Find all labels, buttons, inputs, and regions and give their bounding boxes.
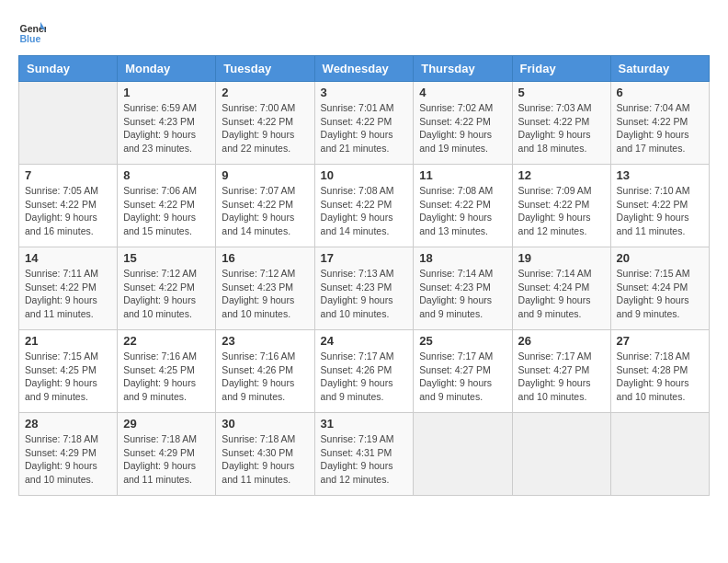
calendar-cell: 2Sunrise: 7:00 AMSunset: 4:22 PMDaylight… (216, 82, 314, 165)
day-info: Sunrise: 7:05 AMSunset: 4:22 PMDaylight:… (25, 184, 111, 238)
day-number: 11 (419, 168, 506, 182)
day-info: Sunrise: 7:17 AMSunset: 4:26 PMDaylight:… (321, 350, 408, 404)
calendar-cell: 9Sunrise: 7:07 AMSunset: 4:22 PMDaylight… (216, 165, 314, 247)
day-header-tuesday: Tuesday (216, 56, 314, 82)
day-number: 15 (123, 251, 210, 265)
day-number: 8 (123, 168, 210, 182)
calendar-cell: 26Sunrise: 7:17 AMSunset: 4:27 PMDayligh… (512, 330, 610, 413)
calendar-cell: 23Sunrise: 7:16 AMSunset: 4:26 PMDayligh… (216, 330, 314, 413)
calendar-week-3: 14Sunrise: 7:11 AMSunset: 4:22 PMDayligh… (19, 247, 710, 330)
day-info: Sunrise: 7:12 AMSunset: 4:23 PMDaylight:… (222, 267, 308, 321)
day-info: Sunrise: 7:03 AMSunset: 4:22 PMDaylight:… (518, 101, 605, 155)
day-number: 13 (617, 168, 703, 182)
day-info: Sunrise: 7:14 AMSunset: 4:24 PMDaylight:… (518, 267, 605, 321)
calendar-cell: 1Sunrise: 6:59 AMSunset: 4:23 PMDaylight… (118, 82, 216, 165)
day-number: 12 (518, 168, 605, 182)
calendar-cell: 10Sunrise: 7:08 AMSunset: 4:22 PMDayligh… (314, 165, 414, 247)
day-number: 10 (321, 168, 408, 182)
day-number: 31 (321, 417, 408, 431)
logo-icon: General Blue (18, 18, 46, 46)
calendar-cell: 19Sunrise: 7:14 AMSunset: 4:24 PMDayligh… (512, 247, 610, 330)
calendar-cell: 28Sunrise: 7:18 AMSunset: 4:29 PMDayligh… (19, 413, 118, 496)
day-info: Sunrise: 7:18 AMSunset: 4:30 PMDaylight:… (222, 432, 308, 487)
day-info: Sunrise: 7:12 AMSunset: 4:22 PMDaylight:… (123, 267, 210, 321)
day-info: Sunrise: 7:11 AMSunset: 4:22 PMDaylight:… (25, 267, 111, 321)
calendar: SundayMondayTuesdayWednesdayThursdayFrid… (18, 55, 710, 496)
day-info: Sunrise: 7:06 AMSunset: 4:22 PMDaylight:… (123, 184, 210, 238)
day-info: Sunrise: 7:19 AMSunset: 4:31 PMDaylight:… (321, 432, 408, 487)
day-number: 2 (222, 86, 308, 99)
day-header-monday: Monday (118, 56, 216, 82)
calendar-cell: 4Sunrise: 7:02 AMSunset: 4:22 PMDaylight… (414, 82, 512, 165)
day-header-friday: Friday (512, 56, 610, 82)
day-info: Sunrise: 7:16 AMSunset: 4:26 PMDaylight:… (222, 350, 308, 404)
calendar-cell (19, 82, 118, 165)
svg-text:Blue: Blue (20, 33, 41, 44)
day-number: 30 (222, 417, 308, 431)
day-number: 3 (321, 86, 408, 99)
calendar-cell: 7Sunrise: 7:05 AMSunset: 4:22 PMDaylight… (19, 165, 118, 247)
calendar-cell: 25Sunrise: 7:17 AMSunset: 4:27 PMDayligh… (414, 330, 512, 413)
page-header: General Blue (18, 18, 710, 46)
calendar-week-1: 1Sunrise: 6:59 AMSunset: 4:23 PMDaylight… (19, 82, 710, 165)
day-header-saturday: Saturday (610, 56, 709, 82)
calendar-cell: 12Sunrise: 7:09 AMSunset: 4:22 PMDayligh… (512, 165, 610, 247)
day-number: 26 (518, 334, 605, 348)
calendar-cell: 15Sunrise: 7:12 AMSunset: 4:22 PMDayligh… (118, 247, 216, 330)
day-number: 27 (617, 334, 703, 348)
calendar-cell: 5Sunrise: 7:03 AMSunset: 4:22 PMDaylight… (512, 82, 610, 165)
day-info: Sunrise: 7:15 AMSunset: 4:24 PMDaylight:… (617, 267, 703, 321)
day-number: 21 (25, 334, 111, 348)
day-number: 6 (617, 86, 703, 99)
day-number: 28 (25, 417, 111, 431)
day-number: 1 (123, 86, 210, 99)
calendar-cell: 17Sunrise: 7:13 AMSunset: 4:23 PMDayligh… (314, 247, 414, 330)
calendar-week-2: 7Sunrise: 7:05 AMSunset: 4:22 PMDaylight… (19, 165, 710, 247)
calendar-cell: 24Sunrise: 7:17 AMSunset: 4:26 PMDayligh… (314, 330, 414, 413)
day-number: 7 (25, 168, 111, 182)
day-info: Sunrise: 7:04 AMSunset: 4:22 PMDaylight:… (617, 101, 703, 155)
day-number: 24 (321, 334, 408, 348)
day-info: Sunrise: 7:18 AMSunset: 4:29 PMDaylight:… (25, 432, 111, 487)
day-header-sunday: Sunday (19, 56, 118, 82)
day-info: Sunrise: 7:17 AMSunset: 4:27 PMDaylight:… (419, 350, 506, 404)
day-number: 29 (123, 417, 210, 431)
day-number: 9 (222, 168, 308, 182)
calendar-cell: 11Sunrise: 7:08 AMSunset: 4:22 PMDayligh… (414, 165, 512, 247)
calendar-cell: 27Sunrise: 7:18 AMSunset: 4:28 PMDayligh… (610, 330, 709, 413)
calendar-cell: 14Sunrise: 7:11 AMSunset: 4:22 PMDayligh… (19, 247, 118, 330)
day-info: Sunrise: 6:59 AMSunset: 4:23 PMDaylight:… (123, 101, 210, 155)
day-info: Sunrise: 7:02 AMSunset: 4:22 PMDaylight:… (419, 101, 506, 155)
day-number: 16 (222, 251, 308, 265)
calendar-cell: 22Sunrise: 7:16 AMSunset: 4:25 PMDayligh… (118, 330, 216, 413)
day-header-wednesday: Wednesday (314, 56, 414, 82)
calendar-cell: 13Sunrise: 7:10 AMSunset: 4:22 PMDayligh… (610, 165, 709, 247)
day-info: Sunrise: 7:18 AMSunset: 4:28 PMDaylight:… (617, 350, 703, 404)
day-number: 17 (321, 251, 408, 265)
calendar-week-5: 28Sunrise: 7:18 AMSunset: 4:29 PMDayligh… (19, 413, 710, 496)
day-info: Sunrise: 7:01 AMSunset: 4:22 PMDaylight:… (321, 101, 408, 155)
day-info: Sunrise: 7:08 AMSunset: 4:22 PMDaylight:… (419, 184, 506, 238)
calendar-cell: 3Sunrise: 7:01 AMSunset: 4:22 PMDaylight… (314, 82, 414, 165)
day-info: Sunrise: 7:09 AMSunset: 4:22 PMDaylight:… (518, 184, 605, 238)
day-number: 5 (518, 86, 605, 99)
day-info: Sunrise: 7:18 AMSunset: 4:29 PMDaylight:… (123, 432, 210, 487)
day-info: Sunrise: 7:16 AMSunset: 4:25 PMDaylight:… (123, 350, 210, 404)
calendar-cell (512, 413, 610, 496)
day-number: 4 (419, 86, 506, 99)
day-info: Sunrise: 7:10 AMSunset: 4:22 PMDaylight:… (617, 184, 703, 238)
day-info: Sunrise: 7:13 AMSunset: 4:23 PMDaylight:… (321, 267, 408, 321)
calendar-cell: 6Sunrise: 7:04 AMSunset: 4:22 PMDaylight… (610, 82, 709, 165)
calendar-cell: 31Sunrise: 7:19 AMSunset: 4:31 PMDayligh… (314, 413, 414, 496)
calendar-cell: 30Sunrise: 7:18 AMSunset: 4:30 PMDayligh… (216, 413, 314, 496)
calendar-cell: 18Sunrise: 7:14 AMSunset: 4:23 PMDayligh… (414, 247, 512, 330)
day-info: Sunrise: 7:15 AMSunset: 4:25 PMDaylight:… (25, 350, 111, 404)
calendar-week-4: 21Sunrise: 7:15 AMSunset: 4:25 PMDayligh… (19, 330, 710, 413)
calendar-cell: 21Sunrise: 7:15 AMSunset: 4:25 PMDayligh… (19, 330, 118, 413)
day-info: Sunrise: 7:17 AMSunset: 4:27 PMDaylight:… (518, 350, 605, 404)
day-number: 23 (222, 334, 308, 348)
calendar-cell (610, 413, 709, 496)
day-number: 22 (123, 334, 210, 348)
calendar-cell (414, 413, 512, 496)
calendar-cell: 8Sunrise: 7:06 AMSunset: 4:22 PMDaylight… (118, 165, 216, 247)
